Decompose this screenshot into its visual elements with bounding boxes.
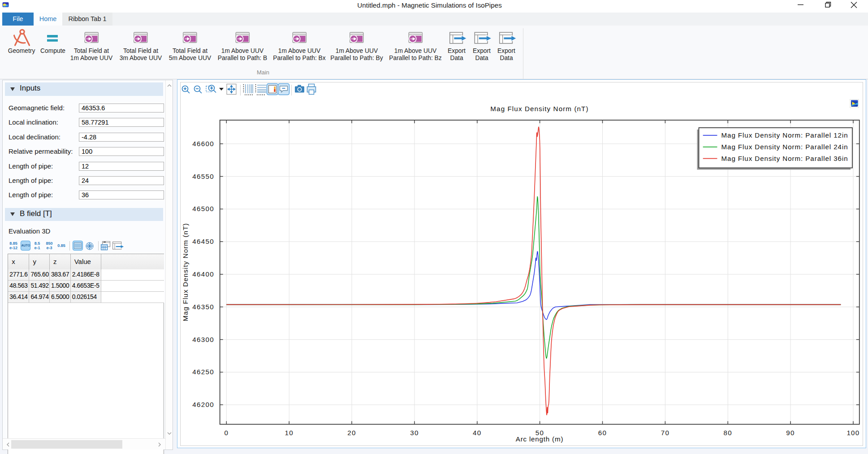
svg-text:Arc length (m): Arc length (m) (515, 435, 563, 443)
svg-text:Mag Flux Density Norm: Paralle: Mag Flux Density Norm: Parallel 24in (721, 143, 848, 150)
svg-text:46250: 46250 (192, 368, 214, 376)
svg-text:40: 40 (473, 429, 482, 437)
svg-text:60: 60 (598, 429, 607, 437)
svg-text:Mag Flux Density Norm (nT): Mag Flux Density Norm (nT) (181, 223, 189, 321)
svg-text:46200: 46200 (192, 401, 214, 408)
svg-text:46300: 46300 (192, 335, 214, 343)
svg-text:46500: 46500 (192, 205, 214, 212)
svg-text:100: 100 (846, 429, 859, 437)
svg-text:Mag Flux Density Norm: Paralle: Mag Flux Density Norm: Parallel 12in (721, 131, 848, 138)
svg-text:80: 80 (723, 429, 732, 437)
svg-text:10: 10 (285, 429, 294, 437)
svg-text:0: 0 (224, 429, 229, 437)
svg-text:20: 20 (347, 429, 356, 437)
svg-text:46450: 46450 (192, 238, 214, 245)
svg-text:46350: 46350 (192, 303, 214, 310)
svg-text:90: 90 (786, 429, 795, 437)
svg-text:46400: 46400 (192, 270, 214, 278)
svg-text:Mag Flux Density Norm: Paralle: Mag Flux Density Norm: Parallel 36in (721, 154, 848, 162)
svg-text:70: 70 (661, 429, 669, 437)
svg-text:46600: 46600 (192, 139, 214, 147)
svg-text:30: 30 (410, 429, 419, 437)
svg-text:46550: 46550 (192, 172, 214, 180)
svg-text:Mag Flux Density Norm (nT): Mag Flux Density Norm (nT) (490, 105, 588, 112)
